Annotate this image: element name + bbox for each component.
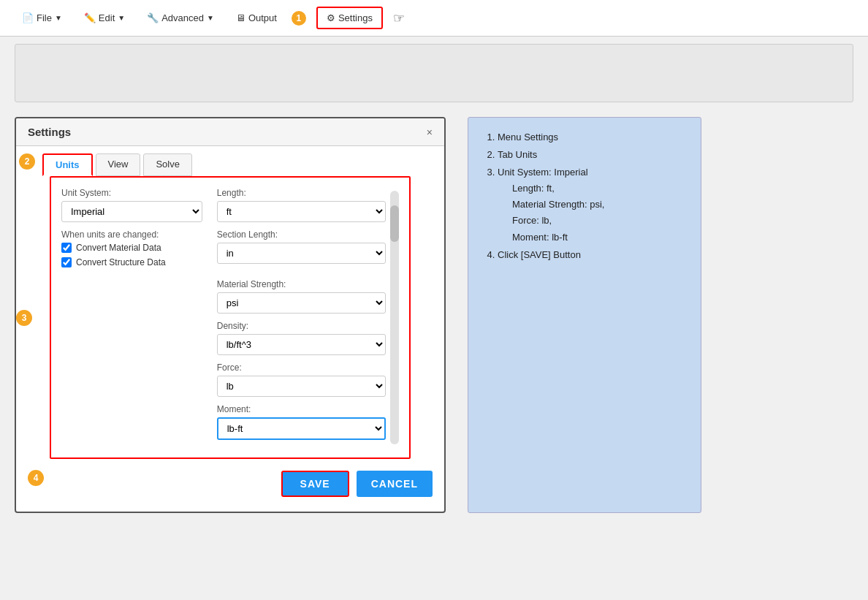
force-select[interactable]: lb kip N kN xyxy=(217,376,386,397)
advanced-icon: 🔧 xyxy=(147,12,159,23)
section-length-col: Section Length: in ft m mm xyxy=(217,229,386,272)
material-strength-select[interactable]: psi ksi MPa GPa xyxy=(217,292,386,314)
output-label: Output xyxy=(248,12,277,23)
tab-solve[interactable]: Solve xyxy=(143,153,192,176)
dialog-footer: 4 SAVE CANCEL xyxy=(16,459,444,497)
info-item-4: Click [SAVE] Button xyxy=(498,247,686,263)
cursor-icon: ☞ xyxy=(393,10,405,26)
tab-step-badge: 2 xyxy=(19,153,35,170)
content-area: Settings × 2 Units View Solve 3 xyxy=(0,110,868,520)
when-changed-row: When units are changed: Convert Material… xyxy=(61,229,386,272)
info-item-3: Unit System: Imperial Length: ft, Materi… xyxy=(498,164,686,245)
length-select[interactable]: ft in m mm xyxy=(217,201,386,222)
info-length: Length: ft, xyxy=(498,181,686,197)
material-strength-label: Material Strength: xyxy=(217,279,386,289)
unit-system-label: Unit System: xyxy=(61,188,202,198)
output-icon: 🖥 xyxy=(236,12,245,23)
moment-label: Moment: xyxy=(217,404,386,414)
density-label: Density: xyxy=(217,321,386,331)
dialog-title: Settings xyxy=(28,126,71,138)
save-button[interactable]: SAVE xyxy=(281,471,349,497)
info-moment: Moment: lb-ft xyxy=(498,229,686,246)
convert-material-checkbox[interactable] xyxy=(61,243,72,253)
tabs-row: 2 Units View Solve xyxy=(16,146,444,176)
density-col: Density: lb/ft^3 kg/m^3 xyxy=(217,321,386,355)
moment-row: Moment: lb-ft lb-in kip-ft kip-in N-m xyxy=(61,404,386,440)
settings-menu[interactable]: ⚙ Settings xyxy=(316,7,383,29)
force-row: Force: lb kip N kN xyxy=(61,362,386,397)
settings-label: Settings xyxy=(338,12,373,23)
file-chevron-icon: ▼ xyxy=(55,14,62,22)
cancel-button[interactable]: CANCEL xyxy=(357,471,433,497)
info-list: Menu Settings Tab Units Unit System: Imp… xyxy=(483,129,686,263)
edit-chevron-icon: ▼ xyxy=(118,14,125,22)
force-col: Force: lb kip N kN xyxy=(217,362,386,397)
scrollbar-thumb[interactable] xyxy=(390,205,399,242)
file-label: File xyxy=(37,12,52,23)
scrollbar-track[interactable] xyxy=(390,191,399,444)
convert-structure-checkbox[interactable] xyxy=(61,257,72,267)
convert-material-row: Convert Material Data xyxy=(61,243,202,253)
step4-badge: 4 xyxy=(28,470,44,486)
form-area: Unit System: Imperial Metric SI Length: xyxy=(61,188,386,447)
banner-area xyxy=(15,44,853,102)
info-item-1: Menu Settings xyxy=(498,129,686,145)
checkboxes-col: When units are changed: Convert Material… xyxy=(61,229,202,272)
moment-select[interactable]: lb-ft lb-in kip-ft kip-in N-m xyxy=(217,417,386,440)
edit-label: Edit xyxy=(99,12,115,23)
info-item-2: Tab Units xyxy=(498,147,686,163)
step1-badge: 1 xyxy=(292,11,306,26)
unit-system-select[interactable]: Imperial Metric SI xyxy=(61,201,202,222)
file-icon: 📄 xyxy=(22,12,34,23)
panel-with-scroll: Unit System: Imperial Metric SI Length: xyxy=(61,188,399,447)
tab-view[interactable]: View xyxy=(96,153,141,176)
settings-dialog: Settings × 2 Units View Solve 3 xyxy=(15,117,446,513)
close-button[interactable]: × xyxy=(427,126,433,138)
convert-material-label: Convert Material Data xyxy=(76,243,161,253)
moment-col: Moment: lb-ft lb-in kip-ft kip-in N-m xyxy=(217,404,386,440)
output-menu[interactable]: 🖥 Output xyxy=(229,8,284,28)
advanced-menu[interactable]: 🔧 Advanced ▼ xyxy=(140,8,221,28)
length-col: Length: ft in m mm xyxy=(217,188,386,222)
convert-structure-row: Convert Structure Data xyxy=(61,257,202,267)
material-strength-row: Material Strength: psi ksi MPa GPa xyxy=(61,279,386,314)
info-panel: Menu Settings Tab Units Unit System: Imp… xyxy=(468,117,701,513)
convert-structure-label: Convert Structure Data xyxy=(76,257,166,267)
dialog-header: Settings × xyxy=(16,118,444,146)
density-select[interactable]: lb/ft^3 kg/m^3 xyxy=(217,334,386,355)
edit-menu[interactable]: ✏️ Edit ▼ xyxy=(77,8,132,28)
file-menu[interactable]: 📄 File ▼ xyxy=(15,8,69,28)
edit-icon: ✏️ xyxy=(84,12,96,23)
unit-system-col: Unit System: Imperial Metric SI xyxy=(61,188,202,222)
tab-units[interactable]: Units xyxy=(42,153,93,176)
section-length-label: Section Length: xyxy=(217,229,386,240)
info-force: Force: lb, xyxy=(498,213,686,229)
material-strength-col: Material Strength: psi ksi MPa GPa xyxy=(217,279,386,314)
units-panel: Unit System: Imperial Metric SI Length: xyxy=(50,176,411,459)
dialog-overlay: Settings × 2 Units View Solve 3 xyxy=(15,117,446,513)
section-length-select[interactable]: in ft m mm xyxy=(217,243,386,264)
unit-system-row: Unit System: Imperial Metric SI Length: xyxy=(61,188,386,222)
settings-gear-icon: ⚙ xyxy=(327,12,335,23)
density-row: Density: lb/ft^3 kg/m^3 xyxy=(61,321,386,355)
step3-badge: 3 xyxy=(16,310,32,326)
length-label: Length: xyxy=(217,188,386,198)
info-material-strength: Material Strength: psi, xyxy=(498,197,686,213)
advanced-label: Advanced xyxy=(161,12,204,23)
menubar: 📄 File ▼ ✏️ Edit ▼ 🔧 Advanced ▼ 🖥 Output… xyxy=(0,0,868,37)
when-changed-label: When units are changed: xyxy=(61,229,202,240)
advanced-chevron-icon: ▼ xyxy=(207,14,214,22)
force-label: Force: xyxy=(217,362,386,373)
